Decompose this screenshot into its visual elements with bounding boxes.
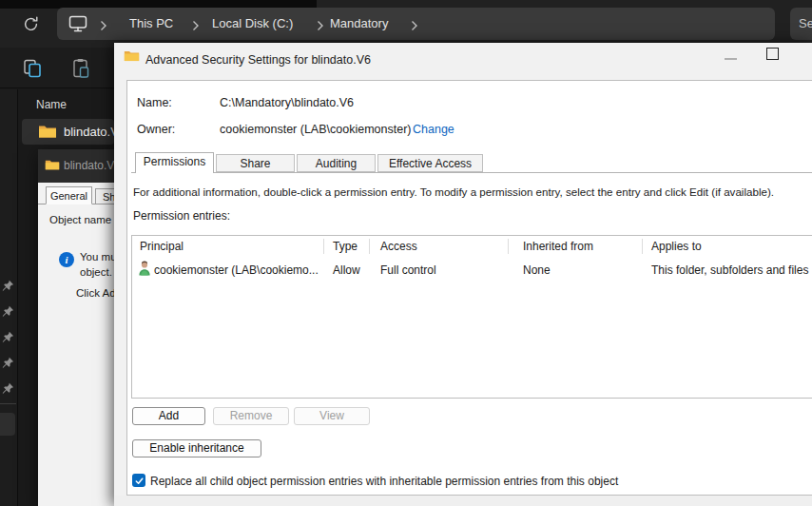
dialog-info-text: For additional information, double-click… [133, 185, 774, 198]
properties-dialog: blindato.V General Sha Object name i You… [38, 149, 114, 506]
column-divider [642, 239, 643, 254]
props-info-text-line3: Click Ad [76, 287, 114, 299]
file-row-selected[interactable]: blindato.V6 [22, 119, 114, 145]
dialog-tabs: Permissions Share Auditing Effective Acc… [131, 152, 812, 173]
this-pc-icon[interactable] [68, 15, 87, 36]
cell-type[interactable]: Allow [333, 263, 360, 277]
search-input[interactable]: Sea [790, 8, 812, 40]
file-name: blindato.V6 [64, 125, 114, 139]
owner-label: Owner: [137, 123, 175, 136]
tab-auditing[interactable]: Auditing [297, 154, 376, 172]
breadcrumb-local-disk[interactable]: Local Disk (C:) [212, 15, 293, 32]
dialog-titlebar[interactable]: Advanced Security Settings for blindato.… [114, 43, 812, 80]
object-name-label: Object name [49, 214, 111, 225]
enable-inheritance-button[interactable]: Enable inheritance [132, 439, 261, 457]
column-header-applies-to[interactable]: Applies to [651, 240, 702, 253]
change-owner-link[interactable]: Change [413, 123, 454, 136]
tab-permissions[interactable]: Permissions [135, 152, 214, 173]
refresh-icon[interactable] [19, 12, 42, 35]
breadcrumb-mandatory[interactable]: Mandatory [330, 15, 388, 32]
add-button[interactable]: Add [132, 407, 205, 425]
permission-entries-table: Principal Type Access Inherited from App… [131, 235, 812, 399]
column-divider [323, 239, 324, 254]
cell-inherited-from[interactable]: None [523, 263, 551, 277]
chevron-right-icon[interactable] [317, 18, 324, 35]
column-header-type[interactable]: Type [333, 240, 358, 253]
nav-divider [0, 403, 16, 404]
remove-button[interactable]: Remove [213, 407, 289, 425]
column-header-access[interactable]: Access [380, 240, 417, 253]
pin-icon[interactable] [2, 381, 14, 394]
replace-permissions-label: Replace all child object permission entr… [150, 475, 618, 488]
chevron-right-icon [100, 18, 107, 35]
pin-icon[interactable] [2, 330, 14, 342]
column-divider [369, 239, 370, 254]
folder-icon [38, 124, 57, 144]
cell-access[interactable]: Full control [380, 263, 436, 277]
name-value: C:\Mandatory\blindato.V6 [220, 96, 354, 109]
explorer-command-bar [0, 48, 114, 88]
tab-share[interactable]: Share [216, 154, 295, 172]
cell-principal[interactable]: cookiemonster (LAB\cookiemo... [154, 263, 319, 277]
pin-icon[interactable] [2, 356, 14, 368]
permission-entries-label: Permission entries: [133, 209, 230, 223]
navigation-pane [0, 89, 18, 506]
breadcrumb[interactable]: This PC Local Disk (C:) Mandatory [57, 8, 775, 40]
minimize-icon[interactable] [725, 58, 737, 60]
copy-icon[interactable] [21, 57, 44, 80]
owner-value: cookiemonster (LAB\cookiemonster) [220, 123, 411, 136]
tab-general[interactable]: General [46, 186, 92, 204]
props-info-text-line1: You mus [80, 251, 114, 263]
nav-selected-item[interactable] [0, 413, 15, 436]
breadcrumb-this-pc[interactable]: This PC [129, 15, 173, 32]
tab-divider [131, 172, 812, 173]
explorer-address-bar: This PC Local Disk (C:) Mandatory Sea [0, 0, 812, 48]
props-info-text-line2: object. [80, 266, 112, 278]
chevron-right-icon[interactable] [411, 18, 418, 35]
properties-dialog-body: General Sha Object name i You mus object… [38, 183, 114, 506]
advanced-security-dialog: Advanced Security Settings for blindato.… [114, 43, 812, 506]
tab-sharing[interactable]: Sha [95, 188, 114, 204]
properties-dialog-titlebar: blindato.V [38, 149, 114, 183]
paste-icon[interactable] [69, 57, 92, 80]
column-header-inherited-from[interactable]: Inherited from [523, 240, 593, 253]
view-button[interactable]: View [294, 407, 370, 425]
user-icon [138, 261, 151, 280]
replace-permissions-checkbox[interactable] [132, 474, 145, 487]
chevron-right-icon[interactable] [192, 18, 200, 35]
name-label: Name: [137, 96, 172, 109]
dialog-content-panel: Name: C:\Mandatory\blindato.V6 Owner: co… [126, 80, 812, 496]
dialog-footer [114, 496, 812, 506]
folder-icon [124, 49, 140, 67]
pin-icon[interactable] [2, 279, 14, 291]
cell-applies-to[interactable]: This folder, subfolders and files [651, 263, 808, 277]
info-icon: i [59, 252, 74, 267]
maximize-icon[interactable] [766, 48, 779, 60]
tab-effective-access[interactable]: Effective Access [377, 154, 483, 172]
column-header-principal[interactable]: Principal [140, 240, 184, 253]
properties-dialog-title: blindato.V [64, 159, 114, 172]
file-list-name-header[interactable]: Name [36, 98, 67, 111]
screen: This PC Local Disk (C:) Mandatory Sea [0, 0, 812, 506]
dialog-title: Advanced Security Settings for blindato.… [145, 53, 371, 67]
folder-icon [45, 158, 60, 175]
pin-icon[interactable] [2, 304, 14, 317]
column-divider [508, 239, 509, 254]
